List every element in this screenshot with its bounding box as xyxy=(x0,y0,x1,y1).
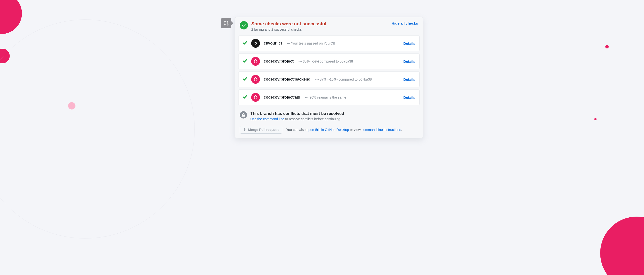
merge-button-label: Merge Pull request xyxy=(248,128,279,132)
check-description: --- 87% (-10%) compared to 507ba38 xyxy=(316,78,372,81)
warning-icon xyxy=(240,111,247,118)
check-success-icon xyxy=(242,76,247,82)
checks-panel: Some checks were not successful 2 failli… xyxy=(234,17,423,138)
check-success-icon xyxy=(242,94,247,100)
checks-subtitle: 2 failling and 2 successful checks xyxy=(252,28,388,32)
details-link[interactable]: Details xyxy=(403,78,415,82)
check-name: ci/your_ci xyxy=(264,41,282,46)
status-success-icon xyxy=(240,21,248,30)
check-row: codecov/project/api --- 90% reamains the… xyxy=(238,89,420,106)
open-github-desktop-link[interactable]: open this in GitHub Desktop xyxy=(306,128,349,132)
conflict-rest-text: to resolve conflicts before continuing. xyxy=(284,117,341,121)
ci-provider-icon xyxy=(251,39,260,48)
decoration-ring xyxy=(0,20,195,238)
conflict-title: This branch has conflicts that must be r… xyxy=(250,111,344,116)
check-description: --- 35% (-5%) compared to 507ba38 xyxy=(298,60,353,63)
conflict-subtitle: Use the command line to resolve conflict… xyxy=(250,117,344,121)
use-command-line-link[interactable]: Use the command line xyxy=(250,117,284,121)
svg-point-2 xyxy=(255,43,256,44)
pull-request-badge xyxy=(221,18,231,28)
command-line-instructions-link[interactable]: command line instructions xyxy=(362,128,401,132)
codecov-icon xyxy=(251,93,260,102)
hide-all-checks-link[interactable]: Hide all checks xyxy=(392,21,418,25)
details-link[interactable]: Details xyxy=(403,60,415,64)
panel-header: Some checks were not successful 2 failli… xyxy=(235,17,423,35)
merge-pull-request-button[interactable]: Merge Pull request xyxy=(240,126,282,134)
decoration-circle xyxy=(600,216,644,275)
svg-rect-3 xyxy=(253,43,255,44)
codecov-icon xyxy=(251,57,260,66)
check-name: codecov/project/backend xyxy=(264,77,310,82)
pull-request-icon xyxy=(224,20,229,26)
git-merge-icon xyxy=(244,128,247,132)
decoration-dot xyxy=(594,118,596,120)
details-link[interactable]: Details xyxy=(403,96,415,100)
check-row: codecov/project --- 35% (-5%) compared t… xyxy=(238,53,420,69)
conflict-section: This branch has conflicts that must be r… xyxy=(235,107,423,123)
decoration-circle xyxy=(0,0,22,34)
checks-title: Some checks were not successful xyxy=(252,21,388,26)
panel-footer: Merge Pull request You can also open thi… xyxy=(235,123,423,138)
check-description: --- Your tests passed on YourCI! xyxy=(287,41,335,45)
footer-text: You can also open this in GitHub Desktop… xyxy=(286,128,402,132)
check-row: codecov/project/backend --- 87% (-10%) c… xyxy=(238,71,420,87)
check-description: --- 90% reamains the same xyxy=(305,96,346,99)
details-link[interactable]: Details xyxy=(403,41,415,46)
codecov-icon xyxy=(251,75,260,84)
decoration-dot xyxy=(605,45,609,48)
check-name: codecov/project xyxy=(264,59,294,64)
check-success-icon xyxy=(242,40,247,46)
check-row: ci/your_ci --- Your tests passed on Your… xyxy=(238,35,420,51)
check-name: codecov/project/api xyxy=(264,95,300,100)
check-success-icon xyxy=(242,58,247,64)
